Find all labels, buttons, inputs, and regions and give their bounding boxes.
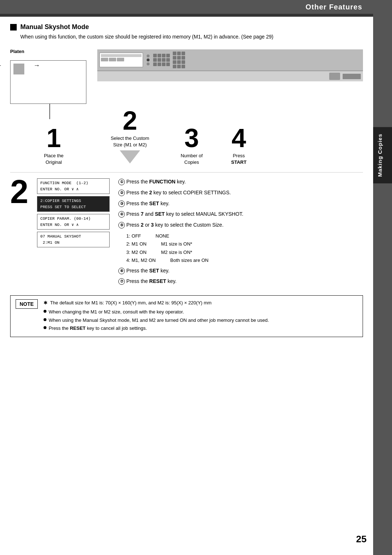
instr-circle-7: ⑦ bbox=[118, 278, 125, 285]
step-4-block: 4 Press START bbox=[217, 125, 261, 166]
instr-text-1: Press the FUNCTION key. bbox=[126, 178, 363, 186]
lcd-screen-3: COPIER PARAM. (00-14) ENTER NO. OR ∨ ∧ bbox=[37, 214, 110, 230]
sidebar-tab-label: Making Copies bbox=[373, 127, 392, 183]
note-box: NOTE ✱ The default size for M1 is: 70(X)… bbox=[10, 295, 363, 337]
steps-area: Platen Upper-leftcorner → bbox=[10, 46, 363, 166]
section-title: Manual Skyshot Mode bbox=[20, 23, 89, 31]
platen-box bbox=[10, 60, 86, 104]
step2-instructions-block: 2 FUNCTION MODE (1-2) ENTER NO. OR ∨ ∧ 2… bbox=[10, 178, 363, 289]
step-2-number: 2 bbox=[123, 108, 137, 134]
custom-size-options: 1: OFF NONE 2: M1 ON M1 size is ON* 3: M… bbox=[126, 232, 363, 264]
instr-circle-4: ④ bbox=[118, 211, 125, 218]
instructions-list: ① Press the FUNCTION key. ② Press the 2 … bbox=[118, 178, 363, 289]
instruction-3: ③ Press the SET key. bbox=[118, 200, 363, 207]
copier-btn bbox=[147, 62, 150, 65]
lcd-screen-4: 07 MANUAL SKYSHOT 2:M1 ON bbox=[37, 232, 110, 247]
note-label: NOTE bbox=[16, 299, 38, 309]
lcd-screen-1: FUNCTION MODE (1-2) ENTER NO. OR ∨ ∧ bbox=[37, 178, 110, 194]
instr-circle-3: ③ bbox=[118, 200, 125, 207]
size-option-4: 4: M1, M2 ON Both sizes are ON bbox=[126, 256, 363, 264]
note-bullet-3: Press the RESET key to cancel all job se… bbox=[44, 325, 269, 332]
main-content: Manual Skyshot Mode When using this func… bbox=[0, 17, 373, 344]
section-icon bbox=[10, 24, 17, 31]
bullet-icon bbox=[44, 318, 46, 321]
instruction-7: ⑦ Press the RESET key. bbox=[118, 278, 363, 285]
instr-text-2: Press the 2 key to select COPIER SETTING… bbox=[126, 189, 363, 197]
separator bbox=[10, 172, 363, 173]
size-option-2: 2: M1 ON M1 size is ON* bbox=[126, 240, 363, 248]
instr-text-5: Press 2 or 3 key to select the Custom Si… bbox=[126, 222, 363, 229]
instr-circle-2: ② bbox=[118, 190, 125, 196]
note-bullet-2: When using the Manual Skyshot mode, M1 a… bbox=[44, 317, 269, 324]
instr-circle-5: ⑤ bbox=[118, 222, 125, 228]
lcd-screen-2: 2:COPIER SETTINGS PRESS SET TO SELECT bbox=[37, 196, 110, 212]
step-3-number: 3 bbox=[184, 125, 199, 151]
instruction-5: ⑤ Press 2 or 3 key to select the Custom … bbox=[118, 222, 363, 229]
instr-circle-1: ① bbox=[118, 179, 125, 185]
copier-tray bbox=[329, 73, 340, 80]
copier-numpad bbox=[173, 52, 185, 68]
step-1-number: 1 bbox=[46, 125, 61, 151]
diagram-row: Platen Upper-leftcorner → bbox=[10, 46, 363, 104]
accent-bar bbox=[0, 14, 373, 17]
bullet-icon bbox=[44, 326, 46, 329]
step-3-block: 3 Number of Copies bbox=[166, 125, 217, 166]
copier-keypad bbox=[153, 54, 170, 66]
instr-circle-6: ⑥ bbox=[118, 268, 125, 274]
section-heading: Manual Skyshot Mode bbox=[10, 23, 363, 31]
step-4-label: Press START bbox=[231, 153, 246, 166]
corner-mark bbox=[13, 64, 24, 74]
copier-buttons-left bbox=[147, 54, 150, 65]
note-asterisk: ✱ The default size for M1 is: 70(X) × 16… bbox=[44, 299, 269, 307]
header-title: Other Features bbox=[306, 3, 362, 11]
big-step-number: 2 bbox=[10, 175, 28, 208]
copier-btn bbox=[147, 54, 150, 57]
step-4-number: 4 bbox=[232, 125, 246, 151]
lcd-screens: FUNCTION MODE (1-2) ENTER NO. OR ∨ ∧ 2:C… bbox=[37, 178, 110, 247]
note-content: ✱ The default size for M1 is: 70(X) × 16… bbox=[44, 299, 269, 333]
step-1-label: Place the Original bbox=[44, 153, 64, 166]
copier-slot bbox=[343, 74, 361, 79]
bullet-icon bbox=[44, 310, 46, 313]
instr-text-6: Press the SET key. bbox=[126, 267, 363, 275]
copier-panel-top bbox=[97, 49, 363, 71]
copier-image-area bbox=[97, 49, 363, 81]
header-bar: Other Features bbox=[0, 0, 373, 14]
step-2-arrow bbox=[120, 150, 140, 163]
instruction-4: ④ Press 7 and SET key to select MANUAL S… bbox=[118, 211, 363, 218]
instr-text-4: Press 7 and SET key to select MANUAL SKY… bbox=[126, 211, 363, 218]
page-number: 25 bbox=[356, 534, 367, 545]
copier-btn bbox=[147, 58, 150, 61]
steps-numbers-row: 1 Place the Original 2 Select the Custom… bbox=[10, 108, 363, 166]
note-bullet-1: When changing the M1 or M2 size, consult… bbox=[44, 308, 269, 316]
instruction-2: ② Press the 2 key to select COPIER SETTI… bbox=[118, 189, 363, 197]
instr-text-7: Press the RESET key. bbox=[126, 278, 363, 285]
instruction-6: ⑥ Press the SET key. bbox=[118, 267, 363, 275]
arrow-down-icon bbox=[120, 150, 140, 163]
step-2-label: Select the Custom Size (M1 or M2) bbox=[111, 135, 149, 148]
connector-line bbox=[49, 104, 50, 119]
step-1-block: 1 Place the Original bbox=[14, 125, 94, 166]
copier-display bbox=[99, 53, 143, 67]
instr-text-3: Press the SET key. bbox=[126, 200, 363, 207]
size-option-3: 3: M2 ON M2 size is ON* bbox=[126, 248, 363, 256]
right-sidebar: Making Copies bbox=[373, 0, 392, 555]
platen-label: Platen bbox=[10, 49, 24, 54]
size-option-1: 1: OFF NONE bbox=[126, 232, 363, 240]
step-2-block: 2 Select the Custom Size (M1 or M2) bbox=[94, 108, 166, 166]
copier-panel-bottom bbox=[97, 71, 363, 81]
copier-panel bbox=[97, 49, 363, 81]
step-3-label: Number of Copies bbox=[181, 153, 203, 166]
intro-text: When using this function, the custom siz… bbox=[20, 33, 363, 41]
instruction-1: ① Press the FUNCTION key. bbox=[118, 178, 363, 186]
upper-left-label: Upper-leftcorner bbox=[0, 62, 1, 81]
